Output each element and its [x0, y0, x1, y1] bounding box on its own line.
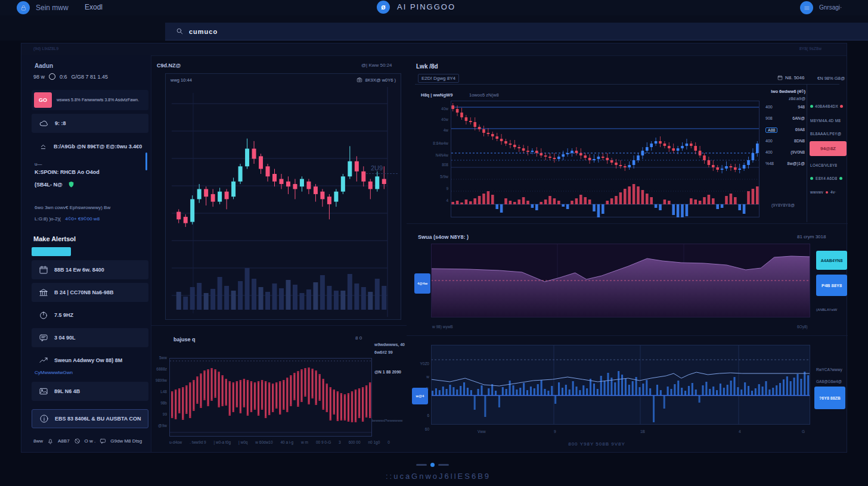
book-row[interactable]: %488w@)1@	[765, 161, 805, 166]
footer-item-b[interactable]: A8B7	[58, 438, 70, 444]
book-row[interactable]: 400948	[765, 105, 805, 109]
osc-panel-meta[interactable]: 8 0	[355, 335, 362, 341]
sidebar-item[interactable]: Sweun A4dwwy Ow 88) 8M	[32, 351, 148, 370]
osc-x-axis: u-d4ow. tww9d 9| w0-a t0g| w0qw 60dw1040…	[169, 440, 390, 444]
area-caption: (ANBLAYwW	[816, 308, 837, 311]
action-row-2[interactable]: M8YM4A.4D M8	[810, 119, 841, 123]
book-row[interactable]: 400(9V0N8	[765, 150, 805, 154]
x-tick: 4	[739, 429, 741, 434]
y-tick: L48	[160, 390, 167, 394]
sidebar-link[interactable]: CyMwwwwtwGwn	[35, 370, 73, 375]
sidebar-item-balance[interactable]: B:/A9Gb @N 89€T@ E@:0wu 3.4€0	[32, 135, 148, 158]
area-badge[interactable]: 4@4w	[414, 273, 430, 294]
power-icon	[39, 310, 48, 320]
sell-button[interactable]: 94@8Z	[810, 141, 847, 156]
page-dash[interactable]	[416, 464, 427, 466]
sidebar-item-time[interactable]: 9: :8	[32, 114, 148, 133]
action-row-5[interactable]: E8X4 A6D8	[810, 176, 842, 180]
book-row[interactable]: 4008DN8	[765, 139, 805, 143]
page-dash[interactable]	[438, 464, 449, 466]
footer-item-d[interactable]: G9dw M8 Dtsg	[110, 438, 142, 444]
area-button-1[interactable]: A4AB4YN8	[816, 251, 847, 270]
y-tick: 4	[446, 198, 448, 202]
footer-text: ::ucaGnwoJ6llES6B9	[343, 472, 534, 481]
candlestick-chart[interactable]: 2U9	[169, 87, 398, 317]
area-chart[interactable]	[431, 244, 810, 317]
brand-title: AI PINGGOO	[397, 2, 455, 11]
book-price: 908	[765, 116, 773, 120]
sidebar-scrollbar[interactable]	[145, 152, 147, 170]
oscillator-chart[interactable]	[170, 359, 371, 436]
green-dot-icon	[810, 177, 813, 180]
settings-icon[interactable]	[800, 1, 813, 14]
message-icon[interactable]	[100, 438, 106, 444]
page-dot-active[interactable]	[430, 463, 435, 467]
app-icon[interactable]	[17, 1, 30, 14]
nav-item-2[interactable]: Exodl	[85, 3, 103, 11]
footer-item-c[interactable]: O w .	[85, 438, 96, 444]
book-size: 8DN8	[794, 139, 805, 143]
flow-button[interactable]: ?6Y8 88ZB	[814, 387, 845, 409]
alerts-progress-bar[interactable]	[32, 247, 71, 256]
pagination[interactable]	[416, 463, 449, 467]
y-tick: 5ww	[159, 356, 167, 360]
action-row-4[interactable]: LO4C8/VL8Y8	[810, 163, 837, 167]
info-icon	[39, 414, 49, 423]
candle-chart-meta-row: 8K9X@ w0Y6 )	[356, 77, 396, 83]
x-tick: w 60dw10	[255, 440, 272, 444]
calendar-icon	[39, 265, 48, 275]
book-price: 400	[765, 139, 773, 143]
x-tick: 9	[554, 429, 556, 434]
flow-caption: 800 Y98Y 508B 9V8Y	[537, 441, 656, 447]
sidebar-item[interactable]: 3 04 90L	[32, 328, 148, 347]
top-bar: Sein mww Exodl ø AI PINGGOO Gnrsagi·	[0, 0, 868, 16]
sidebar-item[interactable]: 7.5 9HZ	[32, 306, 148, 325]
sidebar-item[interactable]: EBS 83 8406L & BU AUSBTA CON	[32, 409, 148, 428]
area-button-2[interactable]: P4B 88Y8	[816, 275, 847, 296]
image-icon	[39, 387, 48, 396]
sidebar-item[interactable]: 89L N6 4B	[32, 382, 148, 401]
y-tick: 40w	[441, 117, 448, 122]
camera-icon[interactable]	[356, 77, 362, 83]
book-row[interactable]: 9086AN@	[765, 116, 805, 120]
block-icon[interactable]	[74, 438, 80, 444]
nav-item-1[interactable]: Sein mww	[36, 4, 69, 12]
y-tick: 6	[427, 413, 429, 418]
y-tick: @9w	[158, 423, 167, 428]
action-row-6[interactable]: wwvwv 4v·	[810, 190, 836, 194]
topbar-right-label[interactable]: Gnrsagi·	[819, 4, 842, 11]
flow-badge[interactable]: w@4	[412, 388, 428, 404]
candle-chart-meta: 8K9X@ w0Y6 )	[365, 77, 396, 83]
market-chart[interactable]	[451, 101, 760, 217]
book-header-2: z8d:a9@	[764, 96, 805, 101]
y-tick: 4w	[444, 128, 448, 132]
x-tick: 600 00	[349, 440, 361, 444]
search-value: cumuco	[189, 28, 218, 35]
area-bottom-left: w 98) wywB	[432, 325, 453, 329]
right-column: Lwk /8d E2D! Dgwg 8Y4 N8. 5046 €N 98% G8…	[407, 55, 848, 452]
cloud-icon	[39, 119, 49, 129]
action-row-1[interactable]: 40BA4B4DX	[810, 104, 847, 108]
x-tick: G	[802, 429, 805, 434]
x-tick: 0	[388, 440, 390, 444]
promo-banner[interactable]: GO wswws 5.8% Fanwwnwts 3.8% AsdvtzFawn.	[32, 90, 148, 110]
y-tick: 5/9w	[440, 175, 448, 179]
search-input[interactable]: cumuco	[165, 23, 868, 40]
action-label: E8X4 A6D8	[816, 176, 837, 180]
flow-chart[interactable]	[431, 345, 810, 425]
sidebar-item[interactable]: 88B 14 Ew 6w. 8400	[32, 260, 148, 279]
market-subtitle-tab[interactable]: E2D! Dgwg 8Y4	[418, 74, 459, 83]
x-tick: 1B	[640, 429, 645, 434]
footer-item-a[interactable]: 8ww	[33, 438, 43, 444]
book-row[interactable]: A8869A8	[765, 127, 805, 133]
green-dot-icon	[839, 177, 842, 180]
book-price: 400	[765, 105, 773, 109]
action-row-3[interactable]: BL8AAA/LP6Y@	[810, 132, 841, 136]
stat-a: 98 w	[33, 74, 45, 80]
y-tick: N4N4w	[436, 153, 448, 157]
market-meta-1-row: N8. 5046	[777, 75, 804, 80]
note-part-b[interactable]: 4©0+ €9©00 w8	[65, 216, 100, 222]
sidebar-item[interactable]: B 24 | CC70N8 Na6-98B	[32, 283, 148, 302]
sidebar-item-label: 88B 14 Ew 6w. 8400	[54, 267, 104, 273]
bell-icon[interactable]	[47, 438, 54, 444]
